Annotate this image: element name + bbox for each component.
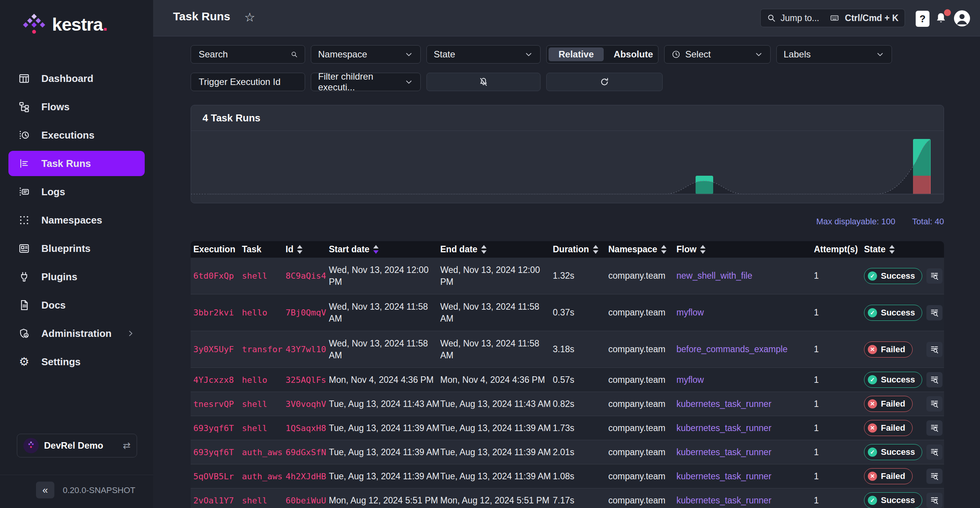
sort-icon[interactable]: [481, 245, 487, 254]
flow-link[interactable]: kubernetes_task_runner: [676, 471, 771, 481]
sort-icon[interactable]: [661, 245, 666, 254]
namespace-filter-select[interactable]: Namespace: [311, 45, 421, 64]
sidebar-item-plugins[interactable]: Plugins: [8, 264, 145, 289]
search-input-wrap[interactable]: [191, 45, 305, 64]
task-link[interactable]: auth_aws: [242, 472, 283, 481]
view-logs-button[interactable]: [926, 268, 942, 284]
sidebar-item-executions[interactable]: Executions: [8, 123, 145, 148]
sort-icon[interactable]: [700, 245, 706, 254]
flow-link[interactable]: kubernetes_task_runner: [676, 495, 771, 505]
sidebar-item-docs[interactable]: Docs: [8, 292, 145, 318]
execution-link[interactable]: 3y0X5UyF: [193, 345, 234, 354]
absolute-toggle[interactable]: Absolute: [604, 47, 663, 61]
column-header-namespace[interactable]: Namespace: [606, 244, 674, 255]
taskrun-id-link[interactable]: 325AQlFs: [286, 375, 326, 385]
mute-notifications-button[interactable]: [426, 73, 541, 91]
task-link[interactable]: transfor: [242, 345, 283, 354]
state-badge: ✕Failed: [864, 420, 913, 436]
labels-filter-select[interactable]: Labels: [776, 45, 892, 64]
collapse-sidebar-button[interactable]: «: [36, 482, 54, 498]
execution-link[interactable]: 5qOVB5Lr: [193, 472, 234, 481]
column-header-flow[interactable]: Flow: [674, 244, 811, 255]
task-link[interactable]: hello: [242, 308, 267, 317]
execution-link[interactable]: 693yqf6T: [193, 448, 234, 457]
column-header-duration[interactable]: Duration: [550, 244, 606, 255]
view-logs-button[interactable]: [926, 444, 942, 460]
view-logs-button[interactable]: [926, 420, 942, 436]
taskrun-id-link[interactable]: 7Bj0QmqV: [286, 308, 326, 317]
sidebar-item-flows[interactable]: Flows: [8, 94, 145, 119]
flow-link[interactable]: myflow: [676, 375, 704, 385]
kestra-app: kestra. DashboardFlowsExecutionsTask Run…: [0, 0, 980, 508]
sidebar-item-logs[interactable]: Logs: [8, 179, 145, 204]
sort-icon[interactable]: [593, 245, 598, 254]
taskrun-id-link[interactable]: 43Y7wl10: [286, 345, 326, 354]
flow-link[interactable]: kubernetes_task_runner: [676, 399, 771, 409]
trigger-execution-id-wrap[interactable]: [191, 73, 305, 91]
trigger-execution-id-input[interactable]: [198, 76, 298, 88]
relative-toggle[interactable]: Relative: [549, 47, 604, 61]
taskrun-id-link[interactable]: 60beiWuU: [286, 496, 326, 505]
taskrun-id-link[interactable]: 4h2XJdHB: [286, 472, 326, 481]
help-button[interactable]: ?: [916, 11, 929, 27]
taskrun-id-link[interactable]: 3V0voqhV: [286, 399, 326, 409]
favorite-star-icon[interactable]: ☆: [244, 10, 255, 25]
task-link[interactable]: shell: [242, 496, 267, 505]
task-runs-chart[interactable]: [191, 131, 944, 203]
end-date-value: Wed, Nov 13, 2024 11:58 AM: [440, 338, 541, 361]
flow-link[interactable]: before_commands_example: [676, 344, 787, 354]
flow-link[interactable]: kubernetes_task_runner: [676, 447, 771, 457]
state-filter-select[interactable]: State: [426, 45, 541, 64]
execution-link[interactable]: 6td0FxQp: [193, 271, 234, 281]
notifications-bell-icon[interactable]: [934, 11, 949, 27]
task-link[interactable]: shell: [242, 399, 267, 409]
sidebar-item-settings[interactable]: ⚙Settings: [8, 349, 145, 374]
tenant-selector[interactable]: DevRel Demo ⇄: [17, 434, 137, 457]
refresh-button[interactable]: [546, 73, 663, 91]
tenant-switch-icon[interactable]: ⇄: [123, 440, 131, 451]
view-logs-button[interactable]: [926, 342, 942, 357]
taskrun-id-link[interactable]: 69dGxSfN: [286, 448, 326, 457]
state-label: Success: [881, 375, 915, 385]
view-logs-button[interactable]: [926, 396, 942, 412]
sidebar-item-namespaces[interactable]: Namespaces: [8, 207, 145, 233]
flow-link[interactable]: kubernetes_task_runner: [676, 423, 771, 433]
jump-to-search[interactable]: Jump to... Ctrl/Cmd + K: [760, 9, 905, 27]
column-header-end-date[interactable]: End date: [438, 244, 550, 255]
sidebar-item-task-runs[interactable]: Task Runs: [8, 151, 145, 176]
sidebar-item-label: Flows: [41, 101, 70, 113]
sidebar-item-blueprints[interactable]: Blueprints: [8, 236, 145, 261]
sidebar-item-administration[interactable]: Administration: [8, 321, 145, 346]
sort-icon[interactable]: [889, 245, 895, 254]
execution-link[interactable]: 693yqf6T: [193, 423, 234, 433]
kestra-logo[interactable]: kestra.: [22, 13, 108, 35]
column-header-state[interactable]: State: [861, 244, 924, 255]
flow-link[interactable]: myflow: [676, 307, 704, 317]
execution-link[interactable]: tnesrvQP: [193, 399, 234, 409]
task-link[interactable]: auth_aws: [242, 448, 283, 457]
task-link[interactable]: hello: [242, 375, 267, 385]
taskrun-id-link[interactable]: 1QSaqxH8: [286, 423, 326, 433]
search-input[interactable]: [198, 49, 286, 60]
filter-children-select[interactable]: Filter children executi...: [311, 73, 421, 91]
column-header-start-date[interactable]: Start date: [326, 244, 438, 255]
user-avatar[interactable]: [954, 10, 970, 26]
execution-link[interactable]: 2vOal1Y7: [193, 496, 234, 505]
task-link[interactable]: shell: [242, 271, 267, 281]
taskrun-id-link[interactable]: 8C9aQis4: [286, 271, 326, 281]
view-logs-button[interactable]: [926, 372, 942, 387]
execution-link[interactable]: 3bbr2kvi: [193, 308, 234, 317]
view-logs-button[interactable]: [926, 305, 942, 320]
sidebar-item-dashboard[interactable]: Dashboard: [8, 66, 145, 91]
view-logs-button[interactable]: [926, 493, 942, 508]
time-range-select[interactable]: Select: [664, 45, 771, 64]
flow-link[interactable]: new_shell_with_file: [676, 271, 752, 281]
execution-link[interactable]: 4YJcxzx8: [193, 375, 234, 385]
start-date-cell: Wed, Nov 13, 2024 11:58 AM: [326, 338, 438, 361]
column-header-id[interactable]: Id: [283, 244, 326, 255]
task-link[interactable]: shell: [242, 423, 267, 433]
view-logs-button[interactable]: [926, 469, 942, 484]
sort-icon[interactable]: [297, 245, 302, 254]
sort-icon[interactable]: [373, 245, 379, 254]
page-title: Task Runs: [173, 10, 230, 23]
